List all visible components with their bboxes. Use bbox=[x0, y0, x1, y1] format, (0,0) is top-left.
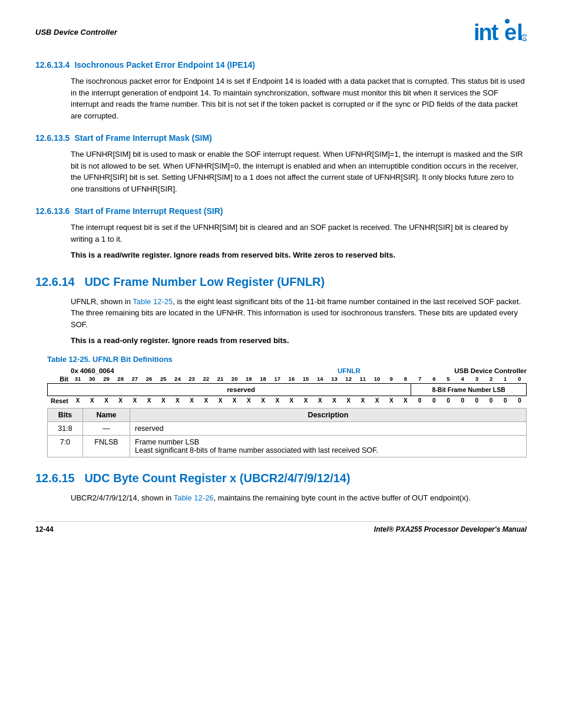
section-12-6-13-6-note: This is a read/write register. Ignore re… bbox=[71, 249, 527, 261]
section-12-6-14-text: UFNLR, shown in Table 12-25, is the eigh… bbox=[71, 296, 527, 331]
register-fields-row: reserved 8-Bit Frame Number LSB bbox=[47, 383, 527, 396]
section-12-6-13-4-number: 12.6.13.4 bbox=[35, 60, 70, 70]
section-12-6-13-5-number: 12.6.13.5 bbox=[35, 133, 70, 143]
col-header-name: Name bbox=[83, 408, 130, 421]
section-12-6-13-4-title: Isochronous Packet Error Endpoint 14 (IP… bbox=[74, 60, 255, 70]
section-12-6-13-6-number: 12.6.13.6 bbox=[35, 206, 70, 216]
section-12-6-13-6-title: Start of Frame Interrupt Request (SIR) bbox=[74, 206, 223, 216]
section-12-6-15-heading: 12.6.15 UDC Byte Count Register x (UBCR2… bbox=[35, 472, 527, 485]
section-12-6-15-text: UBCR2/4/7/9/12/14, shown in Table 12-26,… bbox=[71, 492, 527, 504]
intel-logo: int el R bbox=[474, 18, 527, 46]
section-12-6-13-6-text: The interrupt request bit is set if the … bbox=[71, 222, 527, 245]
reset-values: X X X X X X X X X X X X X X X X X bbox=[71, 397, 527, 404]
register-address: 0x 4060_0064 bbox=[71, 367, 114, 374]
table-row: 7:0 FNLSB Frame number LSB Least signifi… bbox=[48, 435, 527, 457]
section-12-6-14-note: This is a read-only register. Ignore rea… bbox=[71, 335, 527, 347]
row-desc-1: reserved bbox=[130, 421, 527, 435]
table-12-25-link[interactable]: Table 12-25 bbox=[133, 297, 173, 306]
row-bits-2: 7:0 bbox=[48, 435, 83, 457]
svg-point-2 bbox=[505, 19, 510, 24]
table-row: 31:8 — reserved bbox=[48, 421, 527, 435]
svg-text:R: R bbox=[523, 36, 526, 40]
svg-text:int: int bbox=[474, 20, 499, 45]
section-12-6-13-5-body: The UFNHR[SIM] bit is used to mask or en… bbox=[35, 149, 527, 195]
section-12-6-15-number: 12.6.15 bbox=[35, 472, 75, 485]
page: USB Device Controller int el R 12.6.13.4… bbox=[0, 0, 562, 557]
desc-table: Bits Name Description 31:8 — reserved 7:… bbox=[47, 408, 527, 457]
register-name: UFNLR bbox=[338, 367, 361, 374]
section-12-6-13-6-body: The interrupt request bit is set if the … bbox=[35, 222, 527, 261]
footer-page-number: 12-44 bbox=[35, 525, 54, 533]
section-12-6-14-body: UFNLR, shown in Table 12-25, is the eigh… bbox=[35, 296, 527, 347]
section-12-6-13-5-heading: 12.6.13.5 Start of Frame Interrupt Mask … bbox=[35, 133, 527, 143]
register-diagram: 0x 4060_0064 UFNLR USB Device Controller… bbox=[35, 367, 527, 457]
footer-title: Intel® PXA255 Processor Developer's Manu… bbox=[374, 525, 527, 533]
row-name-1: — bbox=[83, 421, 130, 435]
reset-label: Reset bbox=[47, 397, 71, 404]
table-12-26-link[interactable]: Table 12-26 bbox=[174, 493, 214, 502]
col-header-desc: Description bbox=[130, 408, 527, 421]
section-12-6-13-5-title: Start of Frame Interrupt Mask (SIM) bbox=[74, 133, 211, 143]
page-header: USB Device Controller int el R bbox=[35, 18, 527, 46]
field-lsb: 8-Bit Frame Number LSB bbox=[411, 384, 526, 396]
section-12-6-13-6: 12.6.13.6 Start of Frame Interrupt Reque… bbox=[35, 206, 527, 261]
bit-label: Bit bbox=[47, 375, 71, 383]
section-12-6-13-4: 12.6.13.4 Isochronous Packet Error Endpo… bbox=[35, 60, 527, 121]
section-12-6-14-title: UDC Frame Number Low Register (UFNLR) bbox=[84, 275, 325, 288]
reset-row: Reset X X X X X X X X X X X X X X X bbox=[47, 397, 527, 404]
page-footer: 12-44 Intel® PXA255 Processor Developer'… bbox=[35, 521, 527, 533]
register-device: USB Device Controller bbox=[454, 367, 527, 374]
row-desc-2: Frame number LSB Least significant 8-bit… bbox=[130, 435, 527, 457]
section-12-6-14-heading: 12.6.14 UDC Frame Number Low Register (U… bbox=[35, 275, 527, 289]
bit-numbers: 31 30 29 28 27 26 25 24 23 22 21 20 19 1… bbox=[71, 375, 527, 382]
section-12-6-15-body: UBCR2/4/7/9/12/14, shown in Table 12-26,… bbox=[35, 492, 527, 504]
field-reserved: reserved bbox=[71, 384, 411, 396]
header-title: USB Device Controller bbox=[35, 28, 117, 37]
section-12-6-14-number: 12.6.14 bbox=[35, 275, 75, 288]
section-12-6-15: 12.6.15 UDC Byte Count Register x (UBCR2… bbox=[35, 472, 527, 504]
section-12-6-13-4-text: The isochronous packet error for Endpoin… bbox=[71, 75, 527, 121]
row-desc-2-line2: Least significant 8-bits of frame number… bbox=[135, 446, 521, 454]
section-12-6-13-6-heading: 12.6.13.6 Start of Frame Interrupt Reque… bbox=[35, 206, 527, 216]
row-desc-2-line1: Frame number LSB bbox=[135, 438, 521, 446]
section-12-6-13-4-body: The isochronous packet error for Endpoin… bbox=[35, 75, 527, 121]
row-bits-1: 31:8 bbox=[48, 421, 83, 435]
section-12-6-15-title: UDC Byte Count Register x (UBCR2/4/7/9/1… bbox=[84, 472, 350, 485]
row-name-2: FNLSB bbox=[83, 435, 130, 457]
section-12-6-13-5-text: The UFNHR[SIM] bit is used to mask or en… bbox=[71, 149, 527, 195]
section-12-6-13-4-heading: 12.6.13.4 Isochronous Packet Error Endpo… bbox=[35, 60, 527, 70]
section-12-6-13-5: 12.6.13.5 Start of Frame Interrupt Mask … bbox=[35, 133, 527, 195]
section-12-6-14: 12.6.14 UDC Frame Number Low Register (U… bbox=[35, 275, 527, 457]
table-12-25-title: Table 12-25. UFNLR Bit Definitions bbox=[35, 355, 527, 364]
svg-text:el: el bbox=[504, 20, 523, 45]
col-header-bits: Bits bbox=[48, 408, 83, 421]
intel-logo-svg: int el R bbox=[474, 18, 527, 46]
